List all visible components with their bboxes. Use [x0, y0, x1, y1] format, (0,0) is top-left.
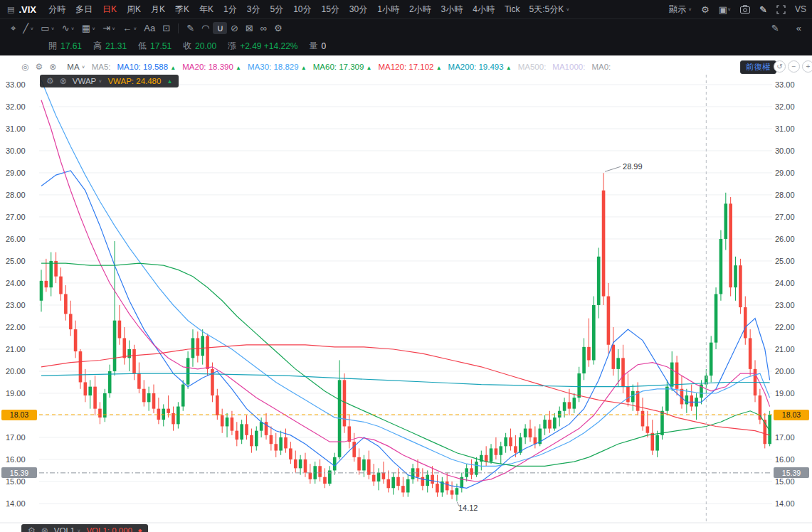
- ma-dropdown[interactable]: MA∨: [67, 63, 85, 71]
- comment-tool-icon[interactable]: ⊡: [159, 22, 174, 34]
- indicator-settings-icon[interactable]: ⚙: [28, 526, 36, 532]
- candle-body: [495, 448, 498, 454]
- quote-field-label: 量: [310, 40, 318, 52]
- ma-legend-text: MA120: 17.102: [378, 63, 436, 71]
- tab-3分[interactable]: 3分: [242, 4, 265, 16]
- forward-adjust-button[interactable]: 前復權: [740, 60, 776, 74]
- draw-pencil-icon[interactable]: ✎: [759, 4, 767, 15]
- tab-Tick[interactable]: Tick: [500, 4, 525, 14]
- candle-body: [157, 409, 161, 420]
- tab-30分[interactable]: 30分: [344, 4, 372, 16]
- trendline-tool-icon[interactable]: ╱∨: [19, 22, 37, 34]
- gann-tool-icon[interactable]: ▦∨: [78, 22, 99, 34]
- tab-3小時[interactable]: 3小時: [436, 4, 468, 16]
- wave-tool-icon[interactable]: ∿∨: [58, 22, 78, 34]
- camera-snapshot-icon[interactable]: [740, 5, 750, 14]
- tab-多日[interactable]: 多日: [70, 4, 97, 16]
- tab-4小時[interactable]: 4小時: [468, 4, 500, 16]
- indicator-close-icon[interactable]: ⊗: [49, 62, 56, 72]
- crosshair-tool-icon[interactable]: ⌖: [7, 22, 19, 35]
- indicator-settings-icon[interactable]: ⚙: [35, 62, 43, 72]
- custom-period-dropdown[interactable]: 5天:5分K∨: [529, 4, 570, 16]
- candle-body: [250, 435, 253, 447]
- candle-body: [137, 373, 141, 389]
- delete-drawings-icon[interactable]: ⊠: [242, 22, 257, 34]
- candle-body: [421, 477, 425, 486]
- trend-up-icon: ▲: [167, 78, 172, 85]
- candle-body: [274, 444, 278, 450]
- tab-15分[interactable]: 15分: [316, 4, 344, 16]
- edit-list-icon[interactable]: ✎: [768, 22, 783, 34]
- ma-legend-text: MA30: 18.829: [248, 63, 301, 71]
- pencil-tool-icon[interactable]: ✎: [183, 22, 198, 34]
- candle-body: [132, 349, 136, 373]
- tab-2小時[interactable]: 2小時: [404, 4, 436, 16]
- alert-icon[interactable]: ◎: [21, 62, 28, 72]
- candle-body: [142, 389, 146, 403]
- arc-tool-icon[interactable]: ◠: [198, 22, 213, 34]
- axis-tick-label: 14.00: [775, 499, 795, 508]
- candle-body: [734, 265, 737, 287]
- axis-tick-label: 21.00: [6, 345, 26, 353]
- candle-body: [191, 338, 195, 358]
- candle-body: [499, 446, 502, 454]
- tab-分時[interactable]: 分時: [43, 4, 70, 16]
- candle-body: [181, 385, 185, 407]
- measure-tool-icon[interactable]: ⇥∨: [99, 22, 119, 34]
- candle-body: [514, 446, 517, 452]
- candle-body: [113, 321, 117, 371]
- tab-月K[interactable]: 月K: [146, 4, 170, 16]
- axis-tick-label: 26.00: [775, 235, 795, 243]
- axis-tick-label: 24.00: [775, 279, 795, 287]
- undo-icon[interactable]: ↺: [774, 60, 786, 73]
- tab-年K[interactable]: 年K: [194, 4, 218, 16]
- layout-panel-icon[interactable]: ▣∨: [719, 4, 731, 15]
- indicator-close-icon[interactable]: ⊗: [60, 76, 67, 86]
- tab-5分[interactable]: 5分: [265, 4, 288, 16]
- chart-settings-gear-icon[interactable]: ⚙: [701, 4, 710, 15]
- trend-up-icon: ▲: [301, 65, 307, 71]
- axis-tick-label: 33.00: [775, 80, 795, 89]
- axis-tick-label: 23.00: [775, 301, 795, 309]
- candle-body: [611, 345, 615, 369]
- magnet-tool-icon[interactable]: ∪: [213, 22, 227, 34]
- compare-vs-button[interactable]: VS: [795, 4, 806, 14]
- indicator-close-icon[interactable]: ⊗: [41, 526, 48, 532]
- chevron-down-icon: ∨: [727, 7, 731, 12]
- candle-body: [587, 347, 591, 361]
- tab-周K[interactable]: 周K: [122, 4, 146, 16]
- toolbar-divider: [178, 23, 179, 33]
- candle-body: [309, 473, 312, 479]
- candle-body: [558, 411, 561, 417]
- tab-日K[interactable]: 日K: [97, 4, 122, 16]
- vwap-dropdown[interactable]: VWAP∨: [73, 77, 102, 85]
- link-tool-icon[interactable]: ∞: [257, 22, 270, 34]
- display-dropdown[interactable]: 顯示∨: [669, 4, 692, 16]
- fullscreen-icon[interactable]: [776, 5, 786, 14]
- ma-legend-item: MA200: 19.493 ▲: [448, 63, 512, 71]
- vol-dropdown[interactable]: VOL1∨: [54, 526, 81, 532]
- candle-body: [739, 265, 742, 307]
- tab-1分[interactable]: 1分: [218, 4, 242, 16]
- axis-tick-label: 15.00: [775, 477, 795, 486]
- text-tool-icon[interactable]: Aa: [140, 22, 159, 34]
- tab-季K[interactable]: 季K: [170, 4, 194, 16]
- shape-tool-icon[interactable]: ▭∨: [37, 22, 58, 34]
- quote-收: 收20.00: [183, 40, 216, 52]
- candle-body: [655, 435, 659, 451]
- axis-tick-label: 30.00: [6, 147, 26, 155]
- quote-高: 高21.31: [93, 40, 127, 52]
- draw-settings-icon[interactable]: ⚙: [270, 22, 286, 34]
- tab-10分[interactable]: 10分: [288, 4, 316, 16]
- tab-1小時[interactable]: 1小時: [372, 4, 404, 16]
- candle-body: [450, 490, 454, 494]
- ma-legend-text: MA20: 18.390: [182, 63, 236, 71]
- zoom-out-icon[interactable]: −: [788, 60, 800, 73]
- candle-body: [49, 261, 53, 287]
- indicator-settings-icon[interactable]: ⚙: [46, 76, 54, 86]
- arrow-tool-icon[interactable]: ←∨: [119, 22, 140, 34]
- collapse-toolbar-icon[interactable]: «: [793, 22, 805, 34]
- zoom-in-icon[interactable]: +: [802, 60, 812, 73]
- candle-body: [260, 422, 263, 430]
- hide-drawings-icon[interactable]: ⊘: [227, 22, 242, 34]
